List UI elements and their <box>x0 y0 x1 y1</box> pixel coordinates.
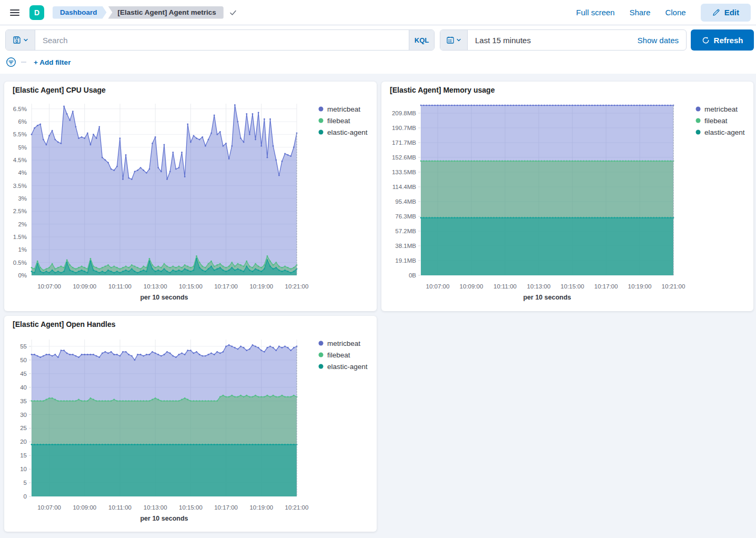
x-tick-label: 10:21:00 <box>285 283 309 290</box>
series-elastic-agent-marker <box>642 217 643 218</box>
series-filebeat-marker <box>284 396 286 397</box>
series-filebeat-marker <box>267 255 268 257</box>
series-filebeat-marker <box>547 160 548 162</box>
series-filebeat-marker <box>255 395 256 396</box>
series-elastic-agent-marker <box>160 444 162 445</box>
series-filebeat-marker <box>426 160 427 162</box>
series-filebeat-marker <box>255 263 256 265</box>
series-filebeat-marker <box>510 160 511 162</box>
series-filebeat-marker <box>619 160 621 162</box>
share-button[interactable]: Share <box>629 8 650 17</box>
series-metricbeat-marker <box>600 105 601 106</box>
series-metricbeat-marker <box>252 113 254 115</box>
series-metricbeat-marker <box>656 105 658 106</box>
series-elastic-agent-marker <box>102 444 103 445</box>
y-tick-label: 50 <box>20 357 27 363</box>
series-elastic-agent-marker <box>552 217 553 218</box>
series-filebeat-marker <box>462 160 464 162</box>
series-filebeat-marker <box>521 160 523 162</box>
clone-button[interactable]: Clone <box>665 8 686 17</box>
series-elastic-agent-marker <box>569 217 570 218</box>
series-filebeat-marker <box>549 160 551 162</box>
series-metricbeat-marker <box>54 354 56 355</box>
series-filebeat-marker <box>178 266 180 267</box>
series-metricbeat-marker <box>90 144 92 146</box>
y-tick-label: 5% <box>18 144 27 151</box>
full-screen-button[interactable]: Full screen <box>576 8 614 17</box>
series-metricbeat-marker <box>93 354 94 355</box>
refresh-button[interactable]: Refresh <box>691 29 754 51</box>
series-elastic-agent-marker <box>440 217 441 218</box>
series-metricbeat-marker <box>468 105 469 106</box>
series-metricbeat-marker <box>518 105 520 106</box>
series-metricbeat-marker <box>63 350 65 351</box>
series-filebeat-marker <box>172 400 174 402</box>
x-tick-label: 10:21:00 <box>662 283 686 290</box>
date-quick-select-button[interactable] <box>440 30 468 50</box>
series-metricbeat-marker <box>78 356 79 358</box>
series-elastic-agent-marker <box>287 444 289 445</box>
series-elastic-agent-marker <box>249 270 250 271</box>
series-elastic-agent-marker <box>228 270 230 271</box>
series-metricbeat-marker <box>473 105 475 106</box>
series-elastic-agent-marker <box>555 217 557 218</box>
series-metricbeat-marker <box>190 142 191 143</box>
series-metricbeat-marker <box>187 124 188 125</box>
series-elastic-agent-marker <box>490 217 492 218</box>
series-filebeat-marker <box>122 400 124 402</box>
series-metricbeat-marker <box>580 105 582 106</box>
saved-query-menu-button[interactable] <box>6 30 35 50</box>
series-elastic-agent-marker <box>264 268 265 270</box>
series-filebeat-marker <box>431 160 433 162</box>
series-filebeat-marker <box>34 268 35 270</box>
edit-button[interactable]: Edit <box>701 4 751 22</box>
series-elastic-agent-marker <box>269 444 271 445</box>
series-filebeat-marker <box>457 160 458 162</box>
series-metricbeat-marker <box>43 139 44 141</box>
kql-language-button[interactable]: KQL <box>409 30 434 50</box>
series-filebeat-marker <box>205 267 206 268</box>
series-filebeat-marker <box>589 160 590 162</box>
series-filebeat-marker <box>281 395 283 396</box>
series-elastic-agent-marker <box>228 444 230 445</box>
series-filebeat-marker <box>78 267 79 268</box>
menu-hamburger-icon[interactable] <box>4 2 25 23</box>
series-elastic-agent-marker <box>110 271 112 272</box>
series-metricbeat-marker <box>275 350 277 351</box>
series-metricbeat-marker <box>113 354 115 355</box>
series-filebeat-marker <box>622 160 624 162</box>
search-input[interactable] <box>35 30 409 50</box>
series-metricbeat-marker <box>602 105 604 106</box>
series-elastic-agent-marker <box>107 444 109 445</box>
breadcrumb-dashboard[interactable]: Dashboard <box>53 6 107 19</box>
series-elastic-agent-marker <box>442 217 444 218</box>
check-icon <box>229 8 237 17</box>
series-elastic-agent-marker <box>181 444 183 445</box>
series-elastic-agent-marker <box>225 271 227 272</box>
series-filebeat-marker <box>543 160 545 162</box>
series-elastic-agent-marker <box>284 270 286 271</box>
series-filebeat-marker <box>264 264 265 266</box>
legend-dot-elastic-agent <box>319 130 324 135</box>
show-dates-button[interactable]: Show dates <box>638 36 686 45</box>
y-tick-label: 0 <box>24 493 27 500</box>
series-metricbeat-marker <box>431 105 433 106</box>
series-filebeat-marker <box>199 400 200 402</box>
series-filebeat-marker <box>479 160 481 162</box>
add-filter-button[interactable]: + Add filter <box>34 58 70 66</box>
panel-cpu-usage: [Elastic Agent] CPU Usage 0%0.5%1%1.5%2%… <box>4 82 377 311</box>
breadcrumb: Dashboard [Elastic Agent] Agent metrics <box>53 6 237 19</box>
series-metricbeat-marker <box>87 133 88 134</box>
time-range-value[interactable]: Last 15 minutes <box>468 36 531 45</box>
legend-label-metricbeat: metricbeat <box>327 340 360 347</box>
series-filebeat-marker <box>625 160 627 162</box>
filter-icon[interactable] <box>5 56 17 68</box>
series-filebeat-marker <box>532 160 534 162</box>
series-filebeat-marker <box>84 400 85 402</box>
series-filebeat-marker <box>448 160 450 162</box>
series-metricbeat-marker <box>284 153 286 155</box>
x-tick-label: 10:07:00 <box>37 283 61 290</box>
space-avatar[interactable]: D <box>29 5 44 20</box>
series-filebeat-marker <box>269 396 271 397</box>
series-metricbeat-marker <box>267 347 268 348</box>
